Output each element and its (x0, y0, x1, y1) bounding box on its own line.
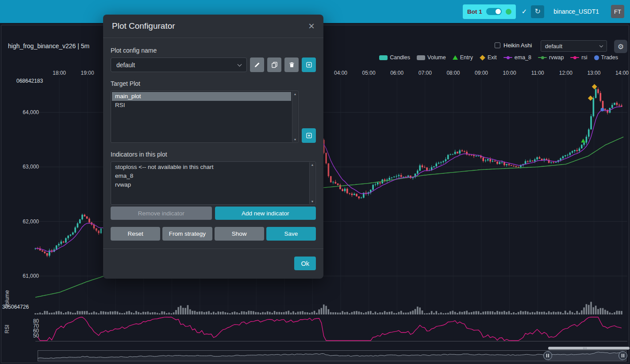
target-plot-list[interactable]: main_plotRSI ▲ ▼ (111, 91, 299, 143)
from-strategy-button[interactable]: From strategy (162, 227, 212, 241)
refresh-icon: ↻ (535, 8, 541, 15)
indicators-label: Indicators in this plot (111, 151, 316, 158)
list-item[interactable]: main_plot (112, 92, 291, 101)
scrollbar[interactable]: ▲ ▼ (309, 162, 315, 204)
plot-config-select[interactable]: default (111, 57, 247, 72)
legend-label: Entry (460, 54, 473, 61)
legend-label: rvwap (549, 54, 564, 61)
legend-item-volume[interactable]: Volume (417, 54, 446, 61)
remove-indicator-button[interactable]: Remove indicator (111, 207, 212, 220)
scroll-down-icon[interactable]: ▼ (311, 200, 314, 203)
bot-name: Bot 1 (467, 8, 482, 15)
svg-text:18:00: 18:00 (53, 70, 66, 76)
legend-item-ema_8[interactable]: ema_8 (503, 54, 531, 61)
legend-label: Candles (390, 54, 410, 61)
scroll-up-icon[interactable]: ▲ (294, 92, 297, 96)
svg-text:50: 50 (33, 333, 39, 339)
plus-box-icon (306, 61, 312, 68)
modal-body: Plot config name default (103, 38, 323, 241)
list-item[interactable]: ema_8 (112, 172, 308, 180)
show-button[interactable]: Show (215, 227, 264, 241)
indicators-items: stoploss <-- not available in this chart… (112, 163, 308, 189)
datazoom[interactable] (38, 347, 630, 361)
scroll-down-icon[interactable]: ▼ (294, 138, 297, 141)
add-plot-column (302, 91, 316, 143)
add-config-button[interactable] (302, 57, 316, 72)
chevron-down-icon (238, 62, 242, 66)
auto-refresh-check-icon[interactable]: ✓ (522, 8, 527, 15)
ft-logo-label: FT (614, 8, 621, 15)
refresh-button[interactable]: ↻ (531, 5, 544, 18)
chart-legend: CandlesVolumeEntryExitema_8rvwaprsiTrade… (379, 54, 618, 61)
legend-item-exit[interactable]: Exit (480, 54, 497, 61)
close-icon[interactable]: × (308, 21, 315, 31)
bot-toggle[interactable] (486, 8, 502, 15)
candles-marker-icon (379, 55, 388, 60)
reset-button[interactable]: Reset (111, 227, 160, 241)
svg-text:09:00: 09:00 (475, 70, 488, 76)
ok-button[interactable]: Ok (294, 257, 316, 270)
chart-settings-button[interactable]: ⚙ (614, 40, 627, 53)
scrollbar[interactable]: ▲ ▼ (292, 92, 298, 142)
scroll-up-icon[interactable]: ▲ (311, 163, 314, 166)
datazoom-handle-left[interactable] (544, 352, 552, 360)
legend-label: rsi (581, 54, 587, 61)
duplicate-config-button[interactable] (267, 57, 281, 72)
target-plot-row: main_plotRSI ▲ ▼ (111, 91, 316, 143)
svg-text:19:00: 19:00 (81, 70, 94, 76)
legend-label: Trades (601, 54, 618, 61)
legend-item-trades[interactable]: Trades (594, 54, 618, 61)
chevron-down-icon (599, 43, 603, 47)
list-item[interactable]: stoploss <-- not available in this chart (112, 163, 308, 172)
line-marker-dot (541, 56, 544, 59)
bot-selector[interactable]: Bot 1 (463, 4, 516, 19)
heikin-ashi-control: Heikin Ashi (495, 42, 532, 49)
rvwap-marker-icon (538, 57, 547, 58)
volume-marker-icon (417, 55, 425, 60)
delete-config-button[interactable] (284, 57, 299, 72)
svg-text:RSI: RSI (4, 325, 10, 333)
plus-box-icon (306, 132, 312, 139)
modal-footer: Ok (103, 249, 323, 279)
indicator-actions-row: Remove indicator Add new indicator (111, 207, 316, 220)
svg-text:07:00: 07:00 (419, 70, 432, 76)
rsi-marker-icon (570, 57, 579, 58)
exit-marker-icon (480, 55, 485, 61)
plot-config-header-select[interactable]: default (541, 40, 607, 52)
svg-text:13:00: 13:00 (587, 70, 600, 76)
edit-config-button[interactable] (250, 57, 264, 72)
add-plot-button[interactable] (302, 128, 316, 143)
target-plot-items: main_plotRSI (112, 92, 291, 110)
svg-text:11:00: 11:00 (531, 70, 544, 76)
svg-text:12:00: 12:00 (559, 70, 572, 76)
trades-marker-icon (594, 55, 599, 60)
legend-item-rvwap[interactable]: rvwap (538, 54, 564, 61)
indicators-list[interactable]: stoploss <-- not available in this chart… (111, 161, 316, 205)
heikin-ashi-label: Heikin Ashi (503, 42, 532, 49)
svg-text:068642183: 068642183 (16, 78, 43, 84)
add-indicator-button[interactable]: Add new indicator (215, 207, 316, 220)
account-label: binance_USDT1 (553, 8, 599, 15)
line-marker-dot (507, 56, 510, 59)
ft-logo-button[interactable]: FT (611, 5, 624, 18)
ema_8-marker-icon (503, 57, 512, 58)
legend-item-rsi[interactable]: rsi (570, 54, 587, 61)
entry-marker-icon (453, 55, 458, 60)
legend-item-candles[interactable]: Candles (379, 54, 410, 61)
pencil-icon (254, 61, 261, 68)
heikin-ashi-checkbox[interactable] (495, 42, 500, 48)
svg-text:64,000: 64,000 (23, 109, 39, 115)
trash-icon (288, 61, 295, 68)
datazoom-handle-right[interactable] (619, 352, 627, 360)
line-marker-dot (573, 56, 576, 59)
app-screen: 18:0019:0020:0021:0022:0023:0000:0001:00… (0, 0, 630, 364)
bot-online-dot (506, 9, 511, 15)
plot-config-header-value: default (545, 43, 562, 50)
datazoom-scrollbar[interactable] (548, 347, 630, 350)
list-item[interactable]: rvwap (112, 180, 308, 189)
legend-item-entry[interactable]: Entry (453, 54, 473, 61)
list-item[interactable]: RSI (112, 101, 291, 110)
save-button[interactable]: Save (266, 227, 316, 241)
svg-text:Volume: Volume (4, 290, 10, 308)
svg-text:63,000: 63,000 (23, 164, 39, 170)
